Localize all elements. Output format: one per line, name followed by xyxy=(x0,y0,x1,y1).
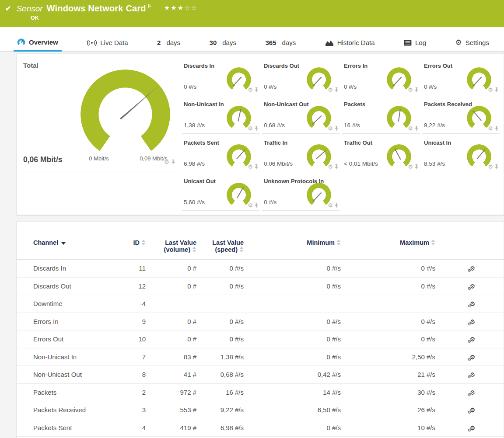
channel-name: Downtime xyxy=(17,295,122,313)
tab-number: 2 xyxy=(157,39,161,46)
column-header-id[interactable]: ID xyxy=(122,239,146,260)
last-value-speed: 0,68 #/s xyxy=(196,366,244,384)
column-header-actions xyxy=(435,239,504,260)
sort-icon xyxy=(192,247,196,252)
channel-settings-icon[interactable]: ⚙⚙ xyxy=(470,265,476,271)
minimum-value: 14 #/s xyxy=(244,383,341,401)
gear-icon[interactable]: ⚙ xyxy=(408,164,413,170)
sensor-kind-label: Sensor xyxy=(16,4,42,14)
last-value-volume xyxy=(146,295,196,313)
gear-icon[interactable]: ⚙ xyxy=(248,202,253,208)
gear-icon[interactable]: ⚙ xyxy=(488,164,493,170)
channel-name: Packets Sent xyxy=(17,419,122,437)
minimum-value xyxy=(244,295,341,313)
pin-icon[interactable] xyxy=(254,87,259,92)
channel-settings-icon[interactable]: ⚙⚙ xyxy=(470,372,476,378)
pin-icon[interactable] xyxy=(334,87,339,92)
total-gauge-label: Total xyxy=(23,62,38,69)
column-header-last-value-speed[interactable]: Last Value(speed) xyxy=(196,239,244,260)
gear-icon[interactable]: ⚙ xyxy=(408,87,413,93)
tab-settings[interactable]: ⚙ Settings xyxy=(454,39,491,51)
gear-icon[interactable]: ⚙ xyxy=(248,87,253,93)
column-header-maximum[interactable]: Maximum xyxy=(341,239,435,260)
gear-icon[interactable]: ⚙ xyxy=(328,164,333,170)
column-header-channel[interactable]: Channel xyxy=(17,239,122,260)
column-header-last-value-volume[interactable]: Last Value(volume) xyxy=(146,239,196,260)
gear-icon[interactable]: ⚙ xyxy=(328,125,333,131)
gear-icon[interactable]: ⚙ xyxy=(488,125,493,131)
gear-icon[interactable]: ⚙ xyxy=(248,164,253,170)
gear-icon[interactable]: ⚙ xyxy=(328,87,333,93)
tab-30-days[interactable]: 30 days xyxy=(208,39,238,51)
gauge-card-non-unicast-out: Non-Unicast Out 0,68 #/s ⚙ xyxy=(262,95,340,134)
gear-icon[interactable]: ⚙ xyxy=(408,125,413,131)
pin-icon[interactable] xyxy=(414,87,419,92)
channel-id: 2 xyxy=(122,383,146,401)
pin-icon[interactable] xyxy=(494,126,499,131)
sensor-title-text: Windows Network Card xyxy=(47,3,146,13)
broadcast-icon xyxy=(87,39,97,46)
pin-icon[interactable] xyxy=(414,126,419,131)
pin-icon[interactable] xyxy=(254,164,259,169)
last-value-speed: 0 #/s xyxy=(196,330,244,348)
gauge-label: Traffic In xyxy=(264,139,287,146)
channel-settings-icon[interactable]: ⚙⚙ xyxy=(470,283,476,289)
channel-settings-icon[interactable]: ⚙⚙ xyxy=(470,425,476,431)
tab-365-days[interactable]: 365 days xyxy=(263,39,298,51)
gauge-value: 8,53 #/s xyxy=(424,160,445,167)
minimum-value: 0 #/s xyxy=(244,277,341,295)
channel-id: 12 xyxy=(122,277,146,295)
pin-icon[interactable] xyxy=(334,164,339,169)
gear-icon[interactable]: ⚙ xyxy=(248,125,253,131)
tab-historic-data[interactable]: Historic Data xyxy=(323,39,377,51)
pin-icon[interactable] xyxy=(254,126,259,131)
tab-overview[interactable]: Overview xyxy=(15,38,60,51)
gauge-label: Packets Received xyxy=(424,101,472,108)
pin-icon[interactable] xyxy=(334,126,339,131)
last-value-volume: 0 # xyxy=(146,330,196,348)
gauge-value: 0 #/s xyxy=(424,83,437,90)
pin-icon[interactable] xyxy=(254,203,259,208)
last-value-speed xyxy=(196,295,244,313)
gauge-label: Packets xyxy=(344,101,365,108)
channel-settings-icon[interactable]: ⚙⚙ xyxy=(470,354,476,360)
gauge-label: Unicast Out xyxy=(184,178,216,184)
gear-icon[interactable]: ⚙ xyxy=(164,159,169,165)
status-badge: OK xyxy=(31,15,504,21)
gauge-card-packets: Packets 16 #/s ⚙ xyxy=(342,95,420,134)
gauge-icon xyxy=(17,38,25,46)
minimum-value: 0 #/s xyxy=(244,330,341,348)
tab-label: days xyxy=(166,39,180,46)
channel-name: Packets Received xyxy=(17,401,122,419)
channel-settings-icon[interactable]: ⚙⚙ xyxy=(470,319,476,325)
channel-id: 3 xyxy=(122,401,146,419)
priority-stars[interactable]: ★★★☆☆ xyxy=(164,4,198,12)
channel-settings-icon[interactable]: ⚙⚙ xyxy=(470,407,476,413)
pin-icon[interactable] xyxy=(494,87,499,92)
minimum-value: 0 #/s xyxy=(244,348,341,366)
tab-log[interactable]: Log xyxy=(402,39,428,51)
maximum-value xyxy=(341,295,435,313)
channel-settings-icon[interactable]: ⚙⚙ xyxy=(470,301,476,307)
column-label: Minimum xyxy=(307,239,335,246)
tab-live-data[interactable]: Live Data xyxy=(85,39,130,51)
column-sublabel: (volume) xyxy=(164,246,190,253)
column-label: Last Value xyxy=(196,239,244,246)
gear-icon[interactable]: ⚙ xyxy=(328,202,333,208)
tab-2-days[interactable]: 2 days xyxy=(155,39,182,51)
tab-label: days xyxy=(282,39,296,46)
pin-icon[interactable] xyxy=(334,203,339,208)
channel-id: 10 xyxy=(122,330,146,348)
channel-settings-icon[interactable]: ⚙⚙ xyxy=(470,389,476,396)
pin-icon[interactable] xyxy=(171,160,175,164)
column-header-minimum[interactable]: Minimum xyxy=(244,239,341,260)
gauge-value: 0 #/s xyxy=(264,83,276,90)
flag-icon[interactable]: ⚐ xyxy=(147,3,152,9)
pin-icon[interactable] xyxy=(494,164,499,169)
maximum-value: 0 #/s xyxy=(341,330,435,348)
total-gauge-section: Total 0 Mbit/s 0,09 Mbit/s 0,06 Mbit/s ⚙ xyxy=(17,54,180,215)
gauge-card-packets-received: Packets Received 9,22 #/s ⚙ xyxy=(422,95,500,134)
pin-icon[interactable] xyxy=(414,164,419,169)
channel-settings-icon[interactable]: ⚙⚙ xyxy=(470,336,476,342)
gear-icon[interactable]: ⚙ xyxy=(488,87,493,93)
